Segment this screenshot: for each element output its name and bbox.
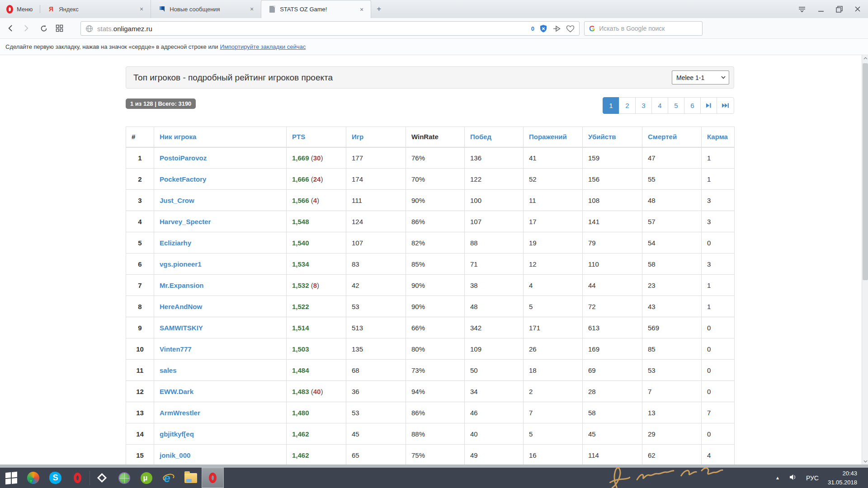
tab-messages[interactable]: Новые сообщения × [151, 0, 261, 18]
col-header-3[interactable]: Игр [346, 127, 406, 147]
chevron-down-icon [721, 76, 726, 79]
player-name-cell: EWW.Dark [154, 381, 287, 402]
tab-close-button[interactable]: × [357, 5, 366, 14]
table-row: 9SAMWITSKIY1,51451366%3421716135690 [126, 317, 735, 338]
opera-menu-button[interactable]: Меню [0, 0, 40, 18]
globe-app-icon [118, 472, 130, 484]
vertical-scrollbar[interactable] [862, 55, 868, 465]
kills-cell: 45 [583, 423, 642, 445]
clock[interactable]: 20:43 31.05.2018 [828, 469, 857, 487]
games-cell: 45 [346, 423, 406, 445]
globe-icon [85, 25, 93, 33]
player-link[interactable]: vgs.pioneer1 [160, 260, 202, 268]
taskbar-opera-active[interactable] [202, 468, 224, 488]
page-button-6[interactable]: 6 [684, 97, 701, 114]
player-link[interactable]: EWW.Dark [160, 388, 193, 395]
player-link[interactable]: PostoiParovoz [160, 154, 207, 162]
utorrent-icon: µ [141, 472, 152, 484]
pts-paren: ) [321, 175, 323, 183]
player-link[interactable]: SAMWITSKIY [160, 324, 203, 332]
close-window-button[interactable] [854, 6, 861, 12]
col-header-8[interactable]: Смертей [642, 127, 702, 147]
game-mode-select[interactable]: Melee 1-1 [672, 70, 729, 84]
scroll-up-arrow[interactable] [862, 55, 868, 61]
taskbar-diamond-app[interactable] [91, 468, 113, 488]
reload-button[interactable] [36, 21, 52, 36]
page-button-1[interactable]: 1 [603, 97, 619, 114]
player-link[interactable]: sales [160, 366, 177, 374]
taskbar-internet-explorer[interactable]: e [157, 468, 179, 488]
pts-value: 1,483 [292, 388, 309, 395]
player-name-cell: gbjitkyf[eq [154, 423, 287, 445]
start-button[interactable] [0, 468, 22, 488]
player-link[interactable]: gbjitkyf[eq [160, 430, 194, 438]
restore-button[interactable] [836, 6, 843, 13]
col-header-0[interactable]: # [126, 127, 154, 147]
minimize-button[interactable] [818, 6, 824, 12]
deaths-cell: 7 [642, 381, 702, 402]
col-header-2[interactable]: PTS [287, 127, 346, 147]
player-link[interactable]: HereAndNow [160, 303, 202, 310]
table-row: 3Just_Crow1,566 (4)11190%10011108483 [126, 190, 735, 211]
taskbar-file-explorer[interactable] [179, 468, 202, 488]
player-name-cell: ArmWrestler [154, 402, 287, 423]
page-button-2[interactable]: 2 [619, 97, 636, 114]
scrollbar-thumb[interactable] [863, 63, 868, 280]
new-tab-button[interactable]: + [371, 0, 387, 18]
import-bookmarks-link[interactable]: Импортируйте закладки сейчас [220, 43, 306, 50]
taskbar-utorrent[interactable]: µ [135, 468, 157, 488]
games-cell: 174 [346, 169, 406, 190]
player-link[interactable]: PocketFactory [160, 175, 206, 183]
pts-delta: 8 [313, 282, 317, 289]
back-button[interactable] [3, 21, 18, 36]
forward-button[interactable] [18, 21, 33, 36]
tab-yandex[interactable]: Я Яндекс × [40, 0, 151, 18]
taskbar-skype[interactable]: S [44, 468, 66, 488]
scroll-down-arrow[interactable] [862, 458, 868, 465]
url-text[interactable]: stats.onligamez.ru [97, 25, 531, 33]
player-link[interactable]: Mr.Expansion [160, 282, 204, 289]
karma-cell: 0 [702, 338, 735, 360]
col-header-6[interactable]: Поражений [524, 127, 583, 147]
player-link[interactable]: ArmWrestler [160, 409, 200, 417]
heart-bookmark-icon[interactable] [566, 25, 575, 33]
rank-cell: 1 [126, 147, 154, 169]
volume-icon[interactable] [789, 474, 797, 483]
tab-close-button[interactable]: × [247, 5, 256, 14]
pts-value: 1,462 [292, 451, 309, 459]
tab-menu-icon[interactable] [798, 5, 806, 13]
col-header-4[interactable]: WinRate [406, 127, 465, 147]
share-arrow-icon[interactable] [552, 25, 561, 33]
shield-badge-icon[interactable] [539, 24, 547, 33]
col-header-5[interactable]: Побед [465, 127, 524, 147]
pts-cell: 1,462 [287, 423, 346, 445]
player-link[interactable]: jonik_000 [160, 451, 190, 459]
address-bar[interactable]: stats.onligamez.ru 0 [80, 21, 580, 36]
speed-dial-icon[interactable] [52, 21, 67, 36]
player-link[interactable]: Vinten777 [160, 345, 192, 353]
col-header-7[interactable]: Убийств [583, 127, 642, 147]
tab-stats-active[interactable]: STATS OZ Game! × [261, 0, 371, 18]
language-indicator[interactable]: РУС [806, 474, 819, 482]
page-button-5[interactable]: 5 [668, 97, 684, 114]
player-link[interactable]: Harvey_Specter [160, 218, 211, 225]
taskbar-globe-app[interactable] [113, 468, 135, 488]
tray-date: 31.05.2018 [828, 478, 857, 487]
player-name-cell: Ecliziarhy [154, 232, 287, 253]
karma-cell: 0 [702, 317, 735, 338]
taskbar-mediaget[interactable] [22, 468, 44, 488]
col-header-9[interactable]: Карма [702, 127, 735, 147]
next-page-button[interactable] [700, 97, 717, 114]
last-page-button[interactable] [717, 97, 734, 114]
windows-logo-icon [5, 471, 17, 484]
page-button-3[interactable]: 3 [635, 97, 652, 114]
kills-cell: 72 [583, 296, 642, 317]
col-header-1[interactable]: Ник игрока [154, 127, 287, 147]
player-link[interactable]: Just_Crow [160, 197, 194, 204]
taskbar-opera[interactable] [66, 468, 89, 488]
google-search-box[interactable]: G Искать в Google поиск [584, 21, 703, 36]
player-link[interactable]: Ecliziarhy [160, 239, 191, 247]
tab-close-button[interactable]: × [137, 5, 146, 14]
page-button-4[interactable]: 4 [651, 97, 668, 114]
tray-expand-arrow[interactable]: ▲ [775, 475, 780, 480]
